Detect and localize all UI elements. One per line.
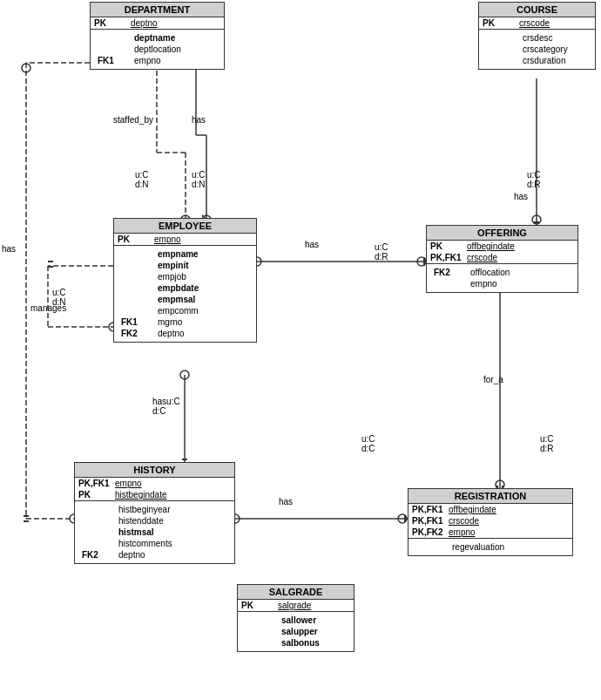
entity-offering: OFFERING PK offbegindate PK,FK1 crscode … bbox=[426, 225, 578, 293]
emp-deptno: deptno bbox=[158, 329, 185, 338]
entity-offering-fields: FK2offlocation empno bbox=[427, 264, 577, 292]
sal-salgrade: salgrade bbox=[278, 601, 311, 610]
emp-empjob: empjob bbox=[158, 272, 186, 282]
erd-diagram: staffed_by has u:Cd:N u:Cd:N u:Cd:N mana… bbox=[0, 0, 601, 700]
emp-empcomm: empcomm bbox=[158, 306, 199, 316]
entity-department-fields: deptname deptlocation FK1empno bbox=[91, 30, 224, 69]
off-crscode: crscode bbox=[467, 253, 497, 262]
label-has-hist-reg: has bbox=[279, 497, 293, 506]
svg-point-27 bbox=[417, 257, 426, 266]
entity-employee-title: EMPLOYEE bbox=[114, 219, 256, 234]
hist-empno: empno bbox=[115, 479, 142, 488]
dept-deptno: deptno bbox=[131, 18, 158, 28]
entity-salgrade-pk-section: PK salgrade bbox=[238, 600, 354, 612]
label-has-dept: has bbox=[192, 115, 206, 125]
reg-regevaluation: regevaluation bbox=[452, 542, 504, 552]
off-offbegindate: offbegindate bbox=[467, 241, 515, 251]
entity-registration: REGISTRATION PK,FK1 offbegindate PK,FK1 … bbox=[408, 488, 573, 556]
hist-histcomments: histcomments bbox=[118, 539, 172, 548]
label-has-course-off: has bbox=[514, 192, 528, 201]
off-pk-label: PK bbox=[430, 241, 467, 251]
emp-empname: empname bbox=[158, 249, 199, 259]
dept-deptname: deptname bbox=[134, 33, 175, 43]
course-crscode: crscode bbox=[519, 18, 550, 28]
emp-empbdate: empbdate bbox=[158, 283, 199, 293]
entity-employee-fields: empname empinit empjob empbdate empmsal … bbox=[114, 246, 256, 342]
entity-history-title: HISTORY bbox=[75, 463, 234, 478]
hist-deptno: deptno bbox=[118, 550, 145, 560]
svg-point-38 bbox=[532, 215, 541, 224]
entity-registration-pk-section: PK,FK1 offbegindate PK,FK1 crscode PK,FK… bbox=[409, 504, 572, 539]
label-uc-dn-2: u:Cd:N bbox=[192, 170, 206, 189]
reg-crscode: crscode bbox=[449, 516, 479, 526]
reg-offbegindate: offbegindate bbox=[449, 505, 496, 514]
course-pk-label: PK bbox=[483, 18, 519, 28]
entity-employee: EMPLOYEE PK empno empname empinit empjob… bbox=[113, 218, 257, 343]
course-crsduration: crsduration bbox=[523, 56, 565, 65]
entity-course-title: COURSE bbox=[479, 3, 595, 17]
label-staffed-by: staffed_by bbox=[113, 115, 153, 125]
label-for-a: for_a bbox=[483, 375, 503, 384]
entity-employee-pk-section: PK empno bbox=[114, 234, 256, 246]
hist-histenddate: histenddate bbox=[118, 516, 164, 526]
hist-histbegindate: histbegindate bbox=[115, 490, 167, 500]
label-uc-dc-reg: u:Cd:C bbox=[361, 434, 375, 453]
dept-empno: empno bbox=[134, 56, 161, 65]
entity-course-pk-section: PK crscode bbox=[479, 17, 595, 30]
dept-deptlocation: deptlocation bbox=[134, 44, 181, 54]
entity-registration-title: REGISTRATION bbox=[409, 489, 572, 504]
entity-registration-fields: regevaluation bbox=[409, 539, 572, 555]
label-has-emp-off: has bbox=[305, 240, 319, 249]
entity-department-pk-section: PK deptno bbox=[91, 17, 224, 30]
off-empno: empno bbox=[470, 279, 497, 289]
sal-salupper: salupper bbox=[281, 627, 318, 636]
hist-histmsal: histmsal bbox=[118, 527, 154, 537]
dept-pk-label: PK bbox=[94, 18, 131, 28]
course-crsdesc: crsdesc bbox=[523, 33, 552, 43]
emp-empno: empno bbox=[154, 234, 181, 244]
reg-empno: empno bbox=[449, 527, 476, 537]
sal-salbonus: salbonus bbox=[281, 638, 320, 648]
svg-point-28 bbox=[180, 370, 189, 379]
label-hasu: hasu:Cd:C bbox=[152, 397, 180, 416]
emp-empmsal: empmsal bbox=[158, 295, 195, 304]
sal-sallower: sallower bbox=[281, 615, 316, 625]
emp-mgrno: mgrno bbox=[158, 317, 182, 327]
svg-point-33 bbox=[398, 514, 407, 523]
entity-offering-title: OFFERING bbox=[427, 226, 577, 241]
label-uc-dr-emp-off: u:Cd:R bbox=[375, 242, 388, 262]
label-uc-dn-1: u:Cd:N bbox=[135, 170, 149, 189]
label-manages: manages bbox=[30, 303, 66, 313]
emp-empinit: empinit bbox=[158, 261, 189, 270]
entity-department: DEPARTMENT PK deptno deptname deptlocati… bbox=[90, 2, 225, 70]
entity-history-fields: histbeginyear histenddate histmsal histc… bbox=[75, 501, 234, 563]
entity-course: COURSE PK crscode crsdesc crscategory cr… bbox=[478, 2, 596, 70]
entity-salgrade-fields: sallower salupper salbonus bbox=[238, 612, 354, 651]
entity-history-pk-section: PK,FK1 empno PK histbegindate bbox=[75, 478, 234, 501]
off-offlocation: offlocation bbox=[470, 268, 510, 277]
course-crscategory: crscategory bbox=[523, 44, 568, 54]
entity-offering-pk-section: PK offbegindate PK,FK1 crscode bbox=[427, 241, 577, 264]
entity-salgrade-title: SALGRADE bbox=[238, 585, 354, 600]
emp-pk-label: PK bbox=[118, 234, 154, 244]
svg-point-42 bbox=[22, 64, 30, 72]
label-has-left: has bbox=[2, 244, 16, 254]
entity-history: HISTORY PK,FK1 empno PK histbegindate hi… bbox=[74, 462, 235, 564]
entity-course-fields: crsdesc crscategory crsduration bbox=[479, 30, 595, 69]
label-uc-dr-reg: u:Cd:R bbox=[540, 434, 554, 453]
label-uc-dr-course: u:Cd:R bbox=[527, 170, 541, 189]
hist-histbeginyear: histbeginyear bbox=[118, 505, 170, 514]
entity-salgrade: SALGRADE PK salgrade sallower salupper s… bbox=[237, 584, 355, 652]
entity-department-title: DEPARTMENT bbox=[91, 3, 224, 17]
